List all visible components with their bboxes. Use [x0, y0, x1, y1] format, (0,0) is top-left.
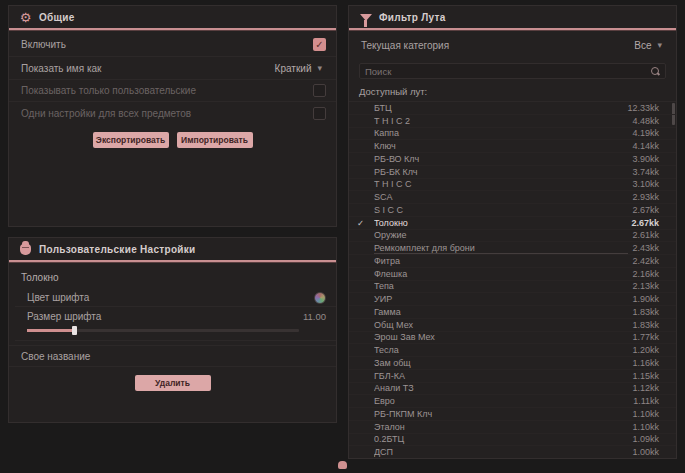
loot-item-row[interactable]: ✓ БТЦ 12.33kk [349, 102, 676, 115]
loot-item-row[interactable]: ✓ Эталон 1.10kk [349, 421, 676, 434]
loot-item-row[interactable]: ✓ S I С С 2.67kk [349, 204, 676, 217]
loot-item-name: SCA [374, 192, 632, 202]
loot-item-name: Ремкомплект для брони [374, 243, 632, 253]
search-input[interactable] [365, 66, 645, 77]
font-size-row: Размер шрифта 11.00 [15, 307, 336, 325]
loot-item-row[interactable]: ✓ РБ-ПКПМ Клч 1.10kk [349, 408, 676, 421]
loot-item-row[interactable]: ✓ Т Н I С 2 4.48kk [349, 115, 676, 128]
loot-item-name: РБ-ВО Клч [374, 154, 632, 164]
loot-item-row[interactable]: ✓ Эрош Зав Мех 1.77kk [349, 332, 676, 345]
loot-item-row[interactable]: ✓ Толокно 2.67kk [349, 217, 676, 230]
loot-item-value: 2.43kk [632, 243, 659, 253]
name-mode-dropdown[interactable]: Краткий ▾ [271, 61, 326, 76]
badge-icon [19, 243, 32, 256]
loot-item-value: 12.33kk [627, 103, 659, 113]
loot-item-row[interactable]: ✓ SCA 2.93kk [349, 191, 676, 204]
loot-item-value: 2.16kk [632, 269, 659, 279]
loot-item-row[interactable]: ✓ Анали ТЗ 1.12kk [349, 383, 676, 396]
loot-item-name: Ключ [374, 141, 632, 151]
loot-item-value: 2.42kk [632, 256, 659, 266]
loot-item-row[interactable]: ✓ РБ-БК Клч 3.74kk [349, 166, 676, 179]
loot-filter-title: Фильтр Лута [379, 12, 446, 23]
user-settings-header: Пользовательские Настройки [9, 238, 336, 260]
loot-item-row[interactable]: ✓ 0.2БТЦ 1.09kk [349, 434, 676, 447]
loot-item-name: ГБЛ-КА [374, 371, 632, 381]
category-dropdown[interactable]: Все ▾ [630, 38, 666, 53]
loot-item-row[interactable]: ✓ Т Н I С С 3.10kk [349, 179, 676, 192]
loot-item-name: S I С С [374, 205, 632, 215]
loot-item-value: 3.74kk [632, 167, 659, 177]
loot-item-name: Зам общ [374, 358, 632, 368]
loot-item-name: Евро [374, 396, 633, 406]
general-panel: ⚙ Общие Включить ✓ Показать имя как Крат… [8, 5, 337, 227]
custom-name-row[interactable]: Свое название [9, 345, 336, 367]
category-label: Текущая категория [361, 40, 449, 51]
loot-item-name: Эрош Зав Мех [374, 332, 632, 342]
accent-divider [9, 28, 336, 30]
delete-button-row: Удалить [9, 375, 336, 391]
slider-thumb[interactable] [72, 326, 77, 335]
search-icon [650, 66, 660, 76]
loot-item-value: 3.10kk [632, 179, 659, 189]
font-color-row: Цвет шрифта [15, 289, 336, 307]
loot-item-value: 1.90kk [632, 294, 659, 304]
loot-item-name: Толокно [374, 218, 631, 228]
check-icon: ✓ [357, 218, 374, 228]
loot-item-row[interactable]: ✓ Флешка 2.16kk [349, 268, 676, 281]
loot-item-name: Т Н I С С [374, 179, 632, 189]
loot-item-row[interactable]: ✓ Тесла 1.20kk [349, 344, 676, 357]
loot-item-row[interactable]: ✓ Общ Мех 1.83kk [349, 319, 676, 332]
loot-item-value: 1.83kk [632, 307, 659, 317]
import-button[interactable]: Импортировать [177, 132, 253, 148]
loot-filter-header: Фильтр Лута [349, 6, 676, 28]
loot-item-value: 1.09kk [632, 434, 659, 444]
loot-item-row[interactable]: ✓ Ключ 4.14kk [349, 140, 676, 153]
selected-item-label: Толокно [9, 262, 336, 289]
delete-button[interactable]: Удалить [135, 375, 211, 391]
accent-divider [349, 28, 676, 30]
loot-item-name: Тесла [374, 345, 632, 355]
loot-item-row[interactable]: ✓ ДСП 1.00kk [349, 446, 676, 458]
loot-item-value: 4.48kk [632, 116, 659, 126]
loot-item-name: БТЦ [374, 103, 627, 113]
loot-item-row[interactable]: ✓ Гамма 1.83kk [349, 306, 676, 319]
loot-item-value: 2.67kk [632, 205, 659, 215]
color-wheel-icon[interactable] [314, 292, 326, 304]
funnel-icon [359, 11, 372, 24]
loot-item-row[interactable]: ✓ Тепа 2.13kk [349, 281, 676, 294]
loot-item-row[interactable]: ✓ Оружие 2.61kk [349, 230, 676, 243]
export-button[interactable]: Экспортировать [93, 132, 169, 148]
loot-item-row[interactable]: ✓ Каппа 4.19kk [349, 128, 676, 141]
loot-item-value: 1.20kk [632, 345, 659, 355]
enable-checkbox[interactable]: ✓ [313, 38, 326, 51]
loot-item-value: 2.67kk [631, 218, 659, 228]
custom-name-label: Свое название [21, 351, 90, 362]
only-custom-checkbox[interactable] [313, 84, 326, 97]
loot-item-value: 1.77kk [632, 332, 659, 342]
enable-row: Включить ✓ [9, 33, 336, 57]
loot-item-value: 1.12kk [632, 383, 659, 393]
same-settings-row: Одни настройки для всех предметов [9, 102, 336, 124]
loot-item-name: Общ Мех [374, 320, 632, 330]
loot-item-row[interactable]: ✓ Зам общ 1.16kk [349, 357, 676, 370]
font-size-value: 11.00 [303, 311, 326, 322]
general-buttons-row: Экспортировать Импортировать [9, 132, 336, 148]
loot-item-name: Т Н I С 2 [374, 116, 632, 126]
loot-item-name: Оружие [374, 230, 632, 240]
loot-item-row[interactable]: ✓ Евро 1.11kk [349, 395, 676, 408]
general-panel-title: Общие [39, 12, 75, 23]
font-size-slider-wrap [15, 325, 336, 341]
name-mode-value: Краткий [275, 63, 312, 74]
category-row: Текущая категория Все ▾ [349, 33, 676, 57]
loot-item-row[interactable]: ✓ УИР 1.90kk [349, 293, 676, 306]
font-size-slider[interactable] [27, 329, 299, 332]
loot-item-row[interactable]: ✓ Фитра 2.42kk [349, 255, 676, 268]
loot-item-row[interactable]: ✓ РБ-ВО Клч 3.90kk [349, 153, 676, 166]
loot-item-name: Флешка [374, 269, 632, 279]
loot-item-row[interactable]: ✓ Ремкомплект для брони 2.43kk [349, 242, 676, 255]
same-settings-checkbox[interactable] [313, 107, 326, 120]
loot-item-value: 1.83kk [632, 320, 659, 330]
resize-handle[interactable] [338, 461, 347, 469]
loot-item-row[interactable]: ✓ ГБЛ-КА 1.15kk [349, 370, 676, 383]
loot-item-value: 1.00kk [632, 447, 659, 457]
